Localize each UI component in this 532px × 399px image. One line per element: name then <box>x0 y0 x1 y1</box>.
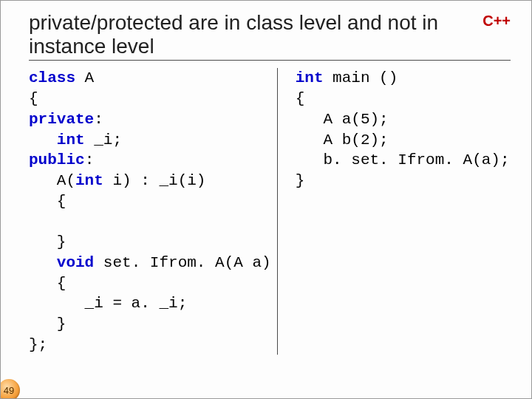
language-badge: C++ <box>482 13 511 30</box>
page-number-badge: 49 <box>0 379 20 399</box>
code-block-class: class A { private: int _i; public: A(int… <box>29 68 271 355</box>
code-columns: class A { private: int _i; public: A(int… <box>29 68 511 355</box>
title-row: private/protected are in class level and… <box>29 11 511 61</box>
keyword-int: int <box>75 172 103 189</box>
slide: private/protected are in class level and… <box>1 1 531 398</box>
slide-title: private/protected are in class level and… <box>29 11 477 58</box>
keyword-int: int <box>57 132 85 149</box>
keyword-class: class <box>29 69 75 86</box>
code-column-left: class A { private: int _i; public: A(int… <box>29 68 278 355</box>
code-block-main: int main () { A a(5); A b(2); b. set. If… <box>296 68 510 191</box>
keyword-public: public <box>29 151 85 168</box>
keyword-private: private <box>29 111 94 128</box>
keyword-void: void <box>57 254 94 271</box>
page-number: 49 <box>4 385 14 396</box>
keyword-int: int <box>296 69 324 86</box>
code-column-right: int main () { A a(5); A b(2); b. set. If… <box>278 68 516 355</box>
